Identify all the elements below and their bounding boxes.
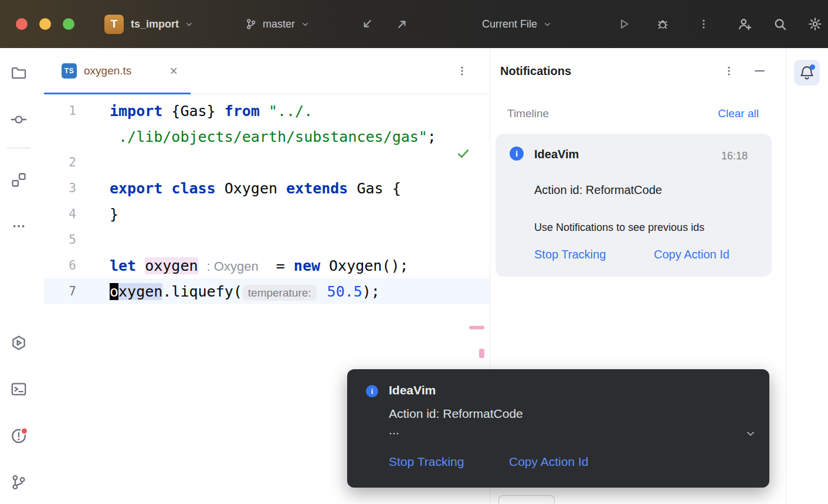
- notification-time: 16:18: [721, 150, 748, 162]
- copy-action-id-link[interactable]: Copy Action Id: [654, 248, 729, 261]
- problems-icon[interactable]: [6, 423, 32, 449]
- push-icon[interactable]: [389, 0, 415, 48]
- close-window-button[interactable]: [16, 18, 28, 30]
- line-number: 7: [44, 284, 76, 298]
- code-line[interactable]: 2: [44, 149, 490, 175]
- project-name: ts_import: [131, 18, 179, 30]
- more-tool-windows-icon[interactable]: [6, 213, 32, 239]
- line-number: 4: [44, 207, 76, 221]
- stop-tracking-link[interactable]: Stop Tracking: [534, 248, 606, 261]
- code-rows: 1import {Gas} from "../. ./lib/objects/e…: [44, 98, 490, 304]
- settings-icon[interactable]: [802, 0, 828, 48]
- code-line[interactable]: ./lib/objects/earth/substances/gas";: [44, 124, 490, 149]
- panel-title: Notifications: [500, 64, 571, 78]
- terminal-icon[interactable]: [6, 376, 32, 402]
- info-icon: [366, 385, 378, 397]
- notification-text: Action id: ReformatCode: [534, 183, 662, 197]
- project-folder-icon[interactable]: [6, 60, 32, 86]
- tab-oxygen-ts[interactable]: TS oxygen.ts ×: [44, 48, 191, 94]
- version-control-icon[interactable]: [6, 469, 32, 495]
- clear-all-link[interactable]: Clear all: [718, 107, 759, 120]
- notification-source: IdeaVim: [534, 148, 579, 161]
- expand-toast-icon[interactable]: [745, 428, 756, 442]
- copy-action-id-link[interactable]: Copy Action Id: [509, 455, 588, 469]
- notifications-bell-icon[interactable]: [794, 60, 820, 86]
- vcs-change-marker[interactable]: [479, 349, 484, 358]
- update-project-icon[interactable]: [354, 0, 380, 48]
- toast-ellipsis: ...: [389, 423, 399, 437]
- code-line[interactable]: 4}: [44, 201, 490, 227]
- code-line[interactable]: 6let oxygen : Oxygen = new Oxygen();: [44, 253, 490, 278]
- tab-options-icon[interactable]: [451, 60, 473, 82]
- toast-source: IdeaVim: [389, 383, 436, 397]
- info-icon: [510, 147, 524, 161]
- notification-toast: IdeaVim Action id: ReformatCode ... Stop…: [347, 369, 769, 488]
- editor-tabbar: TS oxygen.ts ×: [44, 48, 490, 94]
- code-line[interactable]: 1import {Gas} from "../.: [44, 98, 490, 124]
- titlebar: T ts_import master Current File: [0, 0, 828, 48]
- typescript-file-icon: TS: [62, 63, 77, 79]
- traffic-lights: [16, 0, 86, 48]
- close-tab-icon[interactable]: ×: [170, 64, 178, 78]
- left-toolwindow-strip: [0, 48, 45, 504]
- right-toolwindow-strip: [786, 48, 828, 504]
- strip-divider: [7, 148, 30, 148]
- project-widget[interactable]: T ts_import: [104, 0, 194, 48]
- notification-subtext: Use Notifications to see previous ids: [534, 222, 704, 234]
- add-user-icon[interactable]: [732, 0, 758, 48]
- chevron-down-icon: [301, 20, 310, 29]
- panel-options-icon[interactable]: [718, 60, 740, 82]
- stop-tracking-link[interactable]: Stop Tracking: [389, 455, 464, 469]
- code-line[interactable]: 5: [44, 227, 490, 253]
- code-line[interactable]: 7oxygen.liquefy(temperature: 50.5);: [44, 278, 490, 304]
- chevron-down-icon: [543, 20, 552, 29]
- branch-widget[interactable]: master: [245, 0, 310, 48]
- vcs-change-marker[interactable]: [469, 326, 484, 329]
- search-icon[interactable]: [767, 0, 793, 48]
- chevron-down-icon: [185, 20, 194, 29]
- ide-window: T ts_import master Current File: [0, 0, 828, 504]
- problems-badge: [21, 427, 28, 435]
- code-line[interactable]: 3export class Oxygen extends Gas {: [44, 175, 490, 201]
- hidden-popup-top: [498, 495, 555, 504]
- structure-icon[interactable]: [6, 167, 32, 193]
- branch-name: master: [263, 18, 295, 30]
- inspection-ok-icon[interactable]: [456, 146, 471, 164]
- more-icon[interactable]: [691, 0, 717, 48]
- line-number: 6: [44, 258, 76, 273]
- notification-card: IdeaVim 16:18 Action id: ReformatCode Us…: [496, 134, 772, 277]
- run-configuration-name: Current File: [482, 18, 537, 30]
- branch-icon: [245, 18, 257, 30]
- minimize-window-button[interactable]: [39, 18, 51, 30]
- run-configuration-widget[interactable]: Current File: [482, 0, 552, 48]
- toast-text: Action id: ReformatCode: [389, 407, 523, 421]
- line-number: 2: [44, 155, 76, 169]
- tab-title: oxygen.ts: [84, 64, 131, 77]
- line-number: 1: [44, 104, 76, 118]
- debug-icon[interactable]: [650, 0, 676, 48]
- line-number: 3: [44, 181, 76, 195]
- zoom-window-button[interactable]: [63, 18, 74, 30]
- hide-panel-icon[interactable]: [748, 60, 771, 82]
- notification-badge: [810, 64, 815, 70]
- run-icon[interactable]: [611, 0, 637, 48]
- line-number: 5: [44, 233, 76, 247]
- commit-icon[interactable]: [6, 107, 32, 132]
- timeline-tab[interactable]: Timeline: [507, 107, 549, 120]
- services-icon[interactable]: [6, 330, 32, 356]
- project-icon: T: [104, 15, 124, 34]
